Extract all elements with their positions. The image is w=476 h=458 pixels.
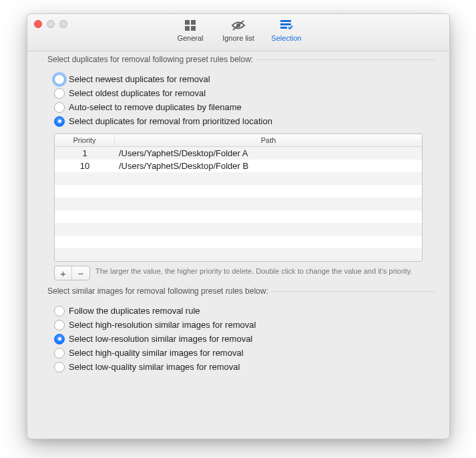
grid-icon bbox=[183, 18, 198, 33]
radio-lowq[interactable]: Select low-quality similar images for re… bbox=[54, 360, 423, 374]
radio-icon bbox=[54, 334, 65, 345]
tab-general-label: General bbox=[177, 34, 203, 42]
list-check-icon bbox=[279, 18, 294, 33]
radio-newest[interactable]: Select newest duplicates for removal bbox=[54, 72, 423, 86]
table-row[interactable] bbox=[55, 172, 422, 185]
radio-icon bbox=[54, 362, 65, 373]
radio-lowq-label: Select low-quality similar images for re… bbox=[69, 362, 240, 372]
table-footer: + − The larger the value, the higher pri… bbox=[54, 266, 423, 280]
col-path[interactable]: Path bbox=[115, 134, 422, 146]
radio-icon bbox=[54, 116, 65, 127]
radio-location-label: Select duplicates for removal from prior… bbox=[69, 116, 272, 126]
cell-priority: 1 bbox=[55, 148, 115, 158]
svg-rect-8 bbox=[280, 27, 287, 29]
radio-newest-label: Select newest duplicates for removal bbox=[69, 74, 210, 84]
preferences-window: General Ignore list Selection Select dup… bbox=[27, 13, 450, 439]
table-row[interactable] bbox=[55, 248, 422, 261]
duplicates-group-title: Select duplicates for removal following … bbox=[45, 55, 256, 64]
radio-oldest-label: Select oldest duplicates for removal bbox=[69, 88, 206, 98]
radio-filename-label: Auto-select to remove duplicates by file… bbox=[69, 102, 242, 112]
radio-highres[interactable]: Select high-resolution similar images fo… bbox=[54, 318, 423, 332]
radio-lowres[interactable]: Select low-resolution similar images for… bbox=[54, 332, 423, 346]
cell-priority: 10 bbox=[55, 161, 115, 171]
radio-icon bbox=[54, 88, 65, 99]
svg-rect-0 bbox=[185, 20, 190, 25]
svg-rect-1 bbox=[191, 20, 196, 25]
radio-highq-label: Select high-quality similar images for r… bbox=[69, 348, 244, 358]
similar-group: Select similar images for removal follow… bbox=[42, 291, 435, 379]
window-controls bbox=[34, 20, 67, 28]
svg-rect-3 bbox=[191, 26, 196, 31]
add-button[interactable]: + bbox=[55, 266, 72, 280]
minimize-window-button[interactable] bbox=[47, 20, 55, 28]
table-row[interactable]: 1 /Users/YaphetS/Desktop/Folder A bbox=[55, 147, 422, 160]
cell-path: /Users/YaphetS/Desktop/Folder B bbox=[115, 161, 422, 171]
table-row[interactable] bbox=[55, 236, 422, 248]
radio-lowres-label: Select low-resolution similar images for… bbox=[69, 334, 252, 344]
table-row[interactable] bbox=[55, 223, 422, 236]
radio-highres-label: Select high-resolution similar images fo… bbox=[69, 320, 256, 330]
priority-table[interactable]: Priority Path 1 /Users/YaphetS/Desktop/F… bbox=[54, 134, 423, 262]
radio-icon bbox=[54, 348, 65, 359]
svg-rect-2 bbox=[185, 26, 190, 31]
radio-oldest[interactable]: Select oldest duplicates for removal bbox=[54, 86, 423, 100]
tab-selection-label: Selection bbox=[271, 34, 301, 42]
table-body: 1 /Users/YaphetS/Desktop/Folder A 10 /Us… bbox=[55, 147, 422, 261]
col-priority[interactable]: Priority bbox=[55, 134, 115, 146]
radio-icon bbox=[54, 306, 65, 316]
table-header: Priority Path bbox=[55, 134, 422, 147]
cell-path: /Users/YaphetS/Desktop/Folder A bbox=[115, 148, 422, 158]
close-window-button[interactable] bbox=[34, 20, 42, 28]
tab-ignore-label: Ignore list bbox=[222, 34, 254, 42]
svg-rect-7 bbox=[280, 23, 291, 25]
radio-icon bbox=[54, 320, 65, 330]
radio-follow[interactable]: Follow the duplicates removal rule bbox=[54, 304, 423, 318]
tab-ignore-list[interactable]: Ignore list bbox=[220, 18, 257, 42]
toolbar: General Ignore list Selection bbox=[172, 14, 305, 42]
tab-selection[interactable]: Selection bbox=[268, 18, 305, 42]
add-remove-buttons: + − bbox=[54, 266, 90, 280]
duplicates-group: Select duplicates for removal following … bbox=[42, 59, 435, 286]
table-row[interactable] bbox=[55, 198, 422, 210]
similar-group-title: Select similar images for removal follow… bbox=[45, 286, 271, 296]
remove-button[interactable]: − bbox=[72, 266, 89, 280]
zoom-window-button[interactable] bbox=[59, 20, 67, 28]
table-row[interactable] bbox=[55, 185, 422, 198]
radio-follow-label: Follow the duplicates removal rule bbox=[69, 306, 200, 316]
priority-hint: The larger the value, the higher priorit… bbox=[95, 266, 413, 276]
tab-general[interactable]: General bbox=[172, 18, 209, 42]
radio-highq[interactable]: Select high-quality similar images for r… bbox=[54, 346, 423, 360]
radio-location[interactable]: Select duplicates for removal from prior… bbox=[54, 114, 423, 128]
content: Select duplicates for removal following … bbox=[27, 51, 449, 395]
svg-rect-6 bbox=[280, 20, 291, 22]
radio-icon bbox=[54, 102, 65, 113]
radio-icon bbox=[54, 74, 65, 85]
eye-off-icon bbox=[231, 18, 246, 33]
titlebar: General Ignore list Selection bbox=[27, 14, 449, 51]
radio-filename[interactable]: Auto-select to remove duplicates by file… bbox=[54, 100, 423, 114]
table-row[interactable]: 10 /Users/YaphetS/Desktop/Folder B bbox=[55, 160, 422, 172]
table-row[interactable] bbox=[55, 210, 422, 223]
